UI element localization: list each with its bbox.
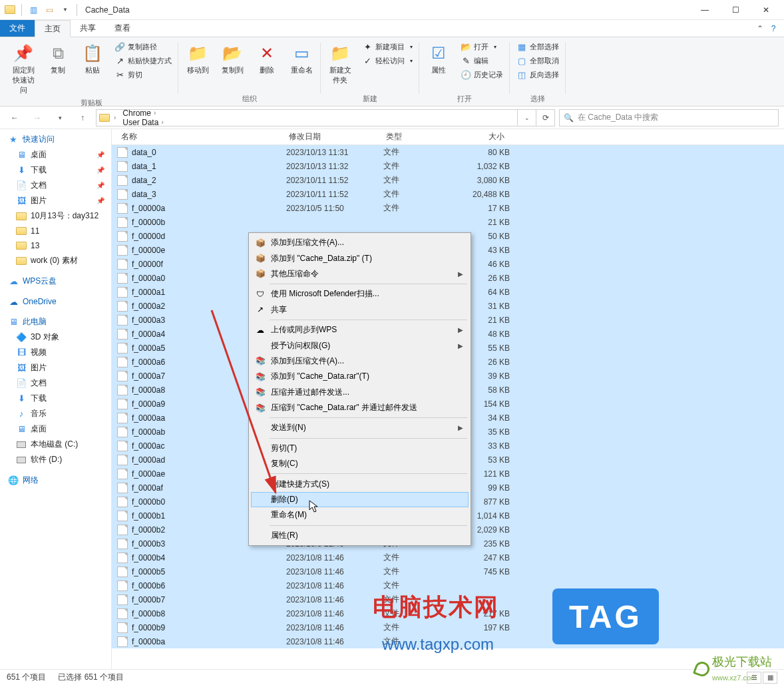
col-size[interactable]: 大小 — [455, 131, 508, 142]
delete-button[interactable]: ✕删除 — [252, 40, 282, 78]
select-none-button[interactable]: ▢全部取消 — [514, 54, 562, 67]
sidebar-item[interactable]: 📄文档 — [0, 375, 111, 391]
new-item-button[interactable]: ✦新建项目▾ — [359, 40, 415, 53]
ctx-item[interactable]: 重命名(M) — [251, 507, 469, 523]
sidebar-network[interactable]: 🌐网络 — [0, 473, 111, 488]
easy-access-button[interactable]: ✓轻松访问▾ — [359, 54, 415, 67]
tab-view[interactable]: 查看 — [105, 20, 140, 37]
nav-forward-button[interactable]: → — [28, 109, 47, 126]
sidebar-quick-access[interactable]: ★快速访问 — [0, 132, 111, 147]
sidebar-item[interactable]: 软件 (D:) — [0, 452, 111, 467]
search-input[interactable]: 🔍 在 Cache_Data 中搜索 — [559, 109, 779, 126]
crumb-user data[interactable]: User Data› — [120, 118, 174, 126]
moveto-button[interactable]: 📁移动到 — [182, 40, 213, 78]
breadcrumb-dropdown-button[interactable]: ⌄ — [518, 109, 536, 126]
sidebar-item[interactable]: ⬇下载 — [0, 391, 111, 406]
copy-button[interactable]: ⧉复制 — [43, 40, 73, 78]
nav-up-button[interactable]: ↑ — [73, 109, 92, 126]
qat-icon[interactable] — [3, 3, 17, 17]
help-icon[interactable]: ? — [768, 20, 784, 37]
new-folder-button[interactable]: 📁新建文件夹 — [325, 40, 355, 88]
sidebar-item[interactable]: 📄文档📌 — [0, 178, 111, 193]
ctx-item[interactable]: 📚压缩到 "Cache_Data.rar" 并通过邮件发送 — [251, 400, 469, 415]
table-row[interactable]: f_0000ba2023/10/8 11:46文件 — [112, 634, 784, 648]
column-headers[interactable]: 名称 修改日期 类型 大小 — [112, 129, 784, 145]
table-row[interactable]: f_0000b82023/10/8 11:46文件217 KB — [112, 606, 784, 620]
ctx-item[interactable]: 授予访问权限(G)▶ — [251, 338, 469, 353]
ctx-item[interactable]: 剪切(T) — [251, 441, 469, 456]
table-row[interactable]: data_02023/10/13 11:31文件80 KB — [112, 145, 784, 159]
qat-dropdown-icon[interactable]: ▼ — [58, 3, 73, 17]
ctx-item[interactable]: 📚压缩并通过邮件发送... — [251, 385, 469, 400]
maximize-button[interactable]: ☐ — [720, 0, 751, 20]
ctx-item[interactable]: 属性(R) — [251, 528, 469, 543]
col-type[interactable]: 类型 — [382, 131, 455, 142]
tab-home[interactable]: 主页 — [35, 20, 71, 37]
sidebar-item[interactable]: 10月13号：day312 — [0, 208, 111, 224]
table-row[interactable]: f_0000b92023/10/8 11:46文件197 KB — [112, 620, 784, 634]
qat-new-folder-icon[interactable]: ▭ — [42, 3, 57, 17]
ribbon-collapse-icon[interactable]: ⌃ — [752, 20, 768, 37]
edit-button[interactable]: ✎编辑 — [458, 54, 506, 67]
copy-path-button[interactable]: 🔗复制路径 — [112, 40, 174, 53]
table-row[interactable]: f_0000b42023/10/8 11:46文件247 KB — [112, 551, 784, 565]
sidebar-item[interactable]: 本地磁盘 (C:) — [0, 437, 111, 452]
nav-recent-button[interactable]: ▾ — [51, 109, 69, 126]
sidebar-item[interactable]: 11 — [0, 224, 111, 238]
col-name[interactable]: 名称 — [117, 131, 285, 142]
ctx-item[interactable]: 📦添加到压缩文件(A)... — [251, 235, 469, 250]
navigation-sidebar[interactable]: ★快速访问 🖥桌面📌⬇下载📌📄文档📌🖼图片📌10月13号：day3121113w… — [0, 129, 112, 669]
ctx-item[interactable]: 发送到(N)▶ — [251, 420, 469, 435]
sidebar-item[interactable]: 🎞视频 — [0, 345, 111, 360]
ctx-item[interactable]: 📦添加到 "Cache_Data.zip" (T) — [251, 250, 469, 266]
minimize-button[interactable]: ― — [689, 0, 720, 20]
qat-properties-icon[interactable]: ▥ — [26, 3, 41, 17]
table-row[interactable]: f_00000b21 KB — [112, 215, 784, 229]
select-all-button[interactable]: ▦全部选择 — [514, 40, 562, 53]
context-menu[interactable]: 📦添加到压缩文件(A)...📦添加到 "Cache_Data.zip" (T)📦… — [248, 232, 471, 546]
sidebar-item[interactable]: 🖼图片 — [0, 360, 111, 375]
history-button[interactable]: 🕘历史记录 — [458, 68, 506, 81]
ctx-item[interactable]: 🛡使用 Microsoft Defender扫描... — [251, 286, 469, 302]
paste-button[interactable]: 📋粘贴 — [77, 40, 108, 78]
sidebar-item[interactable]: 🔷3D 对象 — [0, 330, 111, 345]
close-button[interactable]: ✕ — [751, 0, 781, 20]
tab-share[interactable]: 共享 — [71, 20, 105, 37]
sidebar-item[interactable]: 🖥桌面 — [0, 421, 111, 437]
sidebar-item[interactable]: 🖼图片📌 — [0, 193, 111, 208]
ctx-item[interactable]: 创建快捷方式(S) — [251, 476, 469, 491]
ctx-item[interactable]: ☁上传或同步到WPS▶ — [251, 322, 469, 338]
table-row[interactable]: data_22023/10/11 11:52文件3,080 KB — [112, 173, 784, 187]
view-icons-button[interactable]: ▦ — [763, 672, 777, 684]
invert-select-button[interactable]: ◫反向选择 — [514, 68, 562, 81]
table-row[interactable]: data_32023/10/11 11:52文件20,488 KB — [112, 187, 784, 201]
table-row[interactable]: data_12023/10/13 11:32文件1,032 KB — [112, 159, 784, 173]
open-button[interactable]: 📂打开▾ — [458, 40, 506, 53]
copyto-button[interactable]: 📂复制到 — [217, 40, 248, 78]
paste-shortcut-button[interactable]: ↗粘贴快捷方式 — [112, 54, 174, 67]
rename-button[interactable]: ▭重命名 — [286, 40, 317, 78]
table-row[interactable]: f_00000a2023/10/5 11:50文件17 KB — [112, 201, 784, 215]
breadcrumb[interactable]: › AppData›Local›Google›Chrome›User Data›… — [96, 109, 518, 126]
tab-file[interactable]: 文件 — [0, 20, 35, 37]
view-details-button[interactable]: ☰ — [747, 672, 761, 684]
ctx-item[interactable]: 📚添加到 "Cache_Data.rar"(T) — [251, 369, 469, 384]
refresh-button[interactable]: ⟳ — [536, 109, 555, 126]
properties-button[interactable]: ☑属性 — [423, 40, 454, 78]
table-row[interactable]: f_0000b72023/10/8 11:46文件 — [112, 592, 784, 606]
ctx-item[interactable]: 删除(D) — [251, 492, 469, 507]
table-row[interactable]: f_0000b62023/10/8 11:46文件 — [112, 578, 784, 592]
col-date[interactable]: 修改日期 — [285, 131, 382, 142]
pin-to-quick-button[interactable]: 📌固定到快速访问 — [8, 40, 39, 98]
table-row[interactable]: f_0000b52023/10/8 11:46文件745 KB — [112, 565, 784, 578]
sidebar-onedrive[interactable]: ☁OneDrive — [0, 294, 111, 309]
nav-back-button[interactable]: ← — [5, 109, 24, 126]
sidebar-wps[interactable]: ☁WPS云盘 — [0, 274, 111, 289]
sidebar-item[interactable]: work (0) 素材 — [0, 253, 111, 268]
ctx-item[interactable]: 📦其他压缩命令▶ — [251, 266, 469, 282]
ctx-item[interactable]: 复制(C) — [251, 456, 469, 471]
sidebar-item[interactable]: ⬇下载📌 — [0, 162, 111, 178]
sidebar-item[interactable]: 13 — [0, 238, 111, 253]
sidebar-item[interactable]: ♪音乐 — [0, 406, 111, 421]
crumb-chrome[interactable]: Chrome› — [120, 109, 174, 118]
